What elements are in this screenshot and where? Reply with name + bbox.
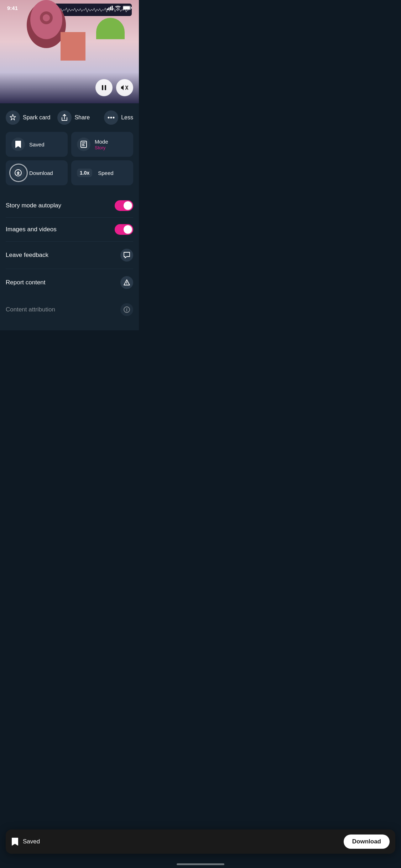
- svg-point-17: [110, 117, 112, 119]
- svg-rect-12: [102, 85, 103, 90]
- wifi-icon: [115, 6, 121, 10]
- video-controls: [95, 79, 133, 96]
- battery-icon: [123, 6, 132, 10]
- mode-button[interactable]: Mode Story: [71, 132, 133, 157]
- saved-button[interactable]: Saved: [6, 132, 68, 157]
- share-button[interactable]: Share: [57, 110, 90, 125]
- spark-card-button[interactable]: Spark card: [6, 110, 50, 125]
- content-attribution-icon-wrap: [120, 303, 133, 316]
- share-label: Share: [74, 114, 90, 121]
- status-bar: 9:41: [0, 0, 139, 16]
- story-mode-toggle[interactable]: [115, 200, 133, 211]
- action-row: Spark card Share Less: [6, 110, 133, 125]
- status-icons: [107, 6, 132, 10]
- svg-rect-3: [112, 6, 113, 10]
- pause-button[interactable]: [95, 79, 113, 96]
- less-button[interactable]: Less: [104, 110, 133, 125]
- svg-point-4: [118, 9, 118, 10]
- spark-card-icon-wrap: [6, 110, 20, 125]
- alert-icon: [123, 279, 130, 286]
- download-icon: [14, 169, 22, 177]
- pink-rect: [61, 32, 85, 61]
- svg-rect-13: [105, 85, 106, 90]
- saved-text: Saved: [29, 141, 45, 148]
- svg-point-18: [113, 117, 115, 119]
- share-icon-wrap: [57, 110, 72, 125]
- spark-card-icon: [9, 114, 17, 122]
- images-videos-row: Images and videos: [6, 218, 133, 242]
- mode-sublabel: Story: [95, 145, 108, 150]
- svg-rect-1: [109, 7, 110, 10]
- grid-row-2: Download 1.0x Speed: [6, 160, 133, 185]
- content-attribution-label: Content attribution: [6, 306, 55, 313]
- saved-label: Saved: [29, 141, 45, 148]
- speed-text: Speed: [98, 170, 113, 176]
- svg-rect-0: [107, 9, 108, 10]
- mode-text: Mode Story: [95, 139, 108, 150]
- images-videos-toggle[interactable]: [115, 224, 133, 235]
- story-mode-label: Story mode autoplay: [6, 202, 61, 209]
- signal-icon: [107, 6, 113, 10]
- mute-button[interactable]: [116, 79, 133, 96]
- story-mode-knob: [124, 201, 132, 210]
- svg-rect-20: [82, 143, 85, 143]
- download-label: Download: [29, 170, 53, 176]
- bookmark-icon: [15, 140, 21, 148]
- toggle-section: Story mode autoplay Images and videos: [6, 194, 133, 242]
- svg-rect-22: [82, 145, 85, 146]
- green-shape: [96, 18, 125, 39]
- bottom-panel: Spark card Share Less: [0, 103, 139, 330]
- svg-rect-2: [110, 7, 111, 10]
- attribution-icon: [123, 306, 130, 313]
- images-videos-knob: [124, 225, 132, 234]
- less-icon-wrap: [104, 110, 118, 125]
- images-videos-label: Images and videos: [6, 226, 57, 233]
- mode-label: Mode: [95, 139, 108, 145]
- leave-feedback-row[interactable]: Leave feedback: [6, 242, 133, 269]
- svg-rect-7: [131, 7, 132, 9]
- svg-point-16: [108, 117, 110, 119]
- saved-icon-wrap: [11, 138, 25, 151]
- status-time: 9:41: [7, 5, 18, 11]
- speed-button[interactable]: 1.0x Speed: [71, 160, 133, 185]
- leave-feedback-icon-wrap: [120, 249, 133, 262]
- story-mode-row: Story mode autoplay: [6, 194, 133, 218]
- report-content-row[interactable]: Report content: [6, 269, 133, 296]
- download-icon-wrap: [11, 166, 25, 180]
- content-attribution-row[interactable]: Content attribution: [6, 296, 133, 323]
- svg-point-26: [126, 284, 127, 285]
- svg-rect-21: [82, 144, 84, 145]
- spark-card-label: Spark card: [23, 114, 50, 121]
- report-content-icon-wrap: [120, 276, 133, 289]
- chat-icon: [123, 252, 130, 259]
- grid-row-1: Saved Mode Story: [6, 132, 133, 157]
- share-icon: [61, 114, 68, 122]
- speed-label: Speed: [98, 170, 113, 176]
- less-icon: [108, 117, 115, 119]
- less-label: Less: [121, 114, 133, 121]
- mode-icon-wrap: [77, 138, 90, 151]
- mode-icon: [80, 140, 87, 148]
- svg-rect-6: [123, 6, 130, 9]
- report-content-label: Report content: [6, 279, 46, 286]
- download-button[interactable]: Download: [6, 160, 68, 185]
- download-text: Download: [29, 170, 53, 176]
- leave-feedback-label: Leave feedback: [6, 252, 48, 259]
- speed-badge: 1.0x: [77, 169, 92, 177]
